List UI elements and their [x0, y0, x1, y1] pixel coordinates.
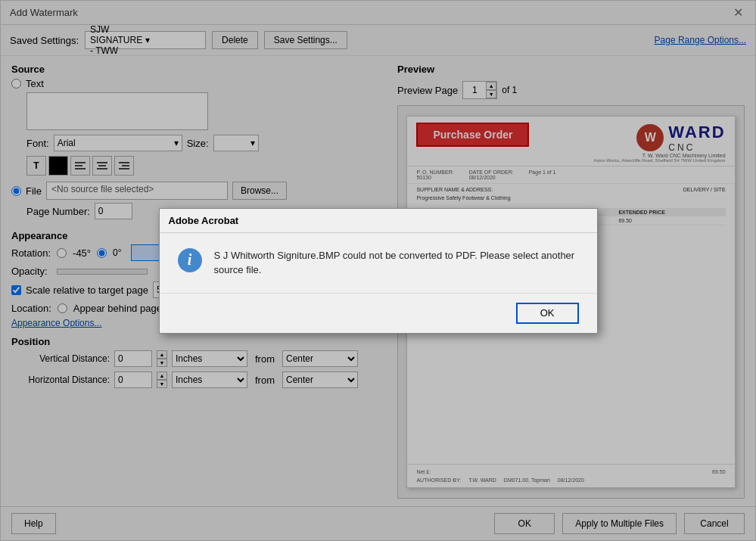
dialog-footer: OK	[160, 293, 597, 333]
dialog-message: S J Whitworth Signiture.BMP could not be…	[214, 248, 579, 278]
dialog-title-bar: Adobe Acrobat	[160, 209, 597, 233]
dialog-ok-button[interactable]: OK	[516, 303, 579, 324]
info-icon: i	[178, 248, 202, 272]
alert-dialog: Adobe Acrobat i S J Whitworth Signiture.…	[159, 208, 598, 334]
main-window: Add Watermark ✕ Saved Settings: SJW SIGN…	[0, 0, 756, 541]
dialog-body: i S J Whitworth Signiture.BMP could not …	[160, 233, 597, 293]
dialog-title: Adobe Acrobat	[169, 215, 239, 226]
dialog-overlay: Adobe Acrobat i S J Whitworth Signiture.…	[1, 1, 755, 540]
